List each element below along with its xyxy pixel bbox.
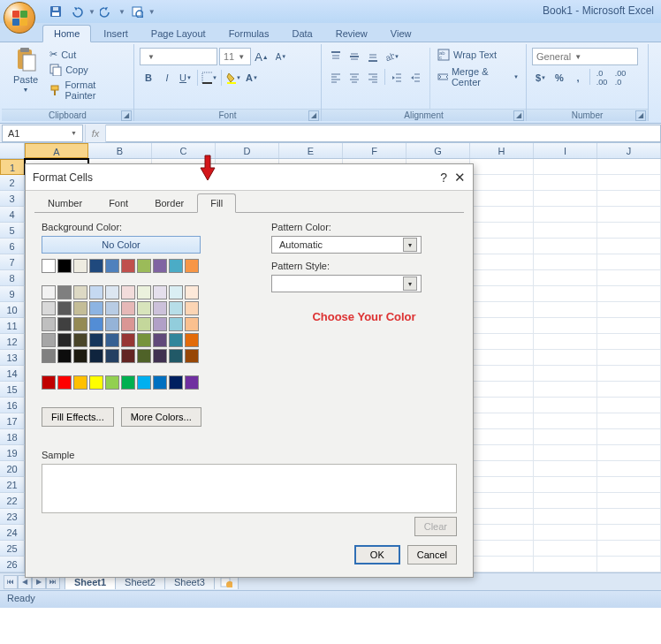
cell[interactable]	[470, 541, 534, 557]
color-swatch[interactable]	[137, 333, 151, 347]
cell[interactable]	[470, 413, 534, 429]
row-header[interactable]: 11	[0, 318, 25, 334]
color-swatch[interactable]	[42, 301, 56, 315]
copy-button[interactable]: Copy	[48, 63, 128, 77]
cell[interactable]	[597, 159, 661, 175]
fill-color-button[interactable]: ▼	[224, 69, 242, 87]
cell[interactable]	[534, 445, 597, 461]
cell[interactable]	[534, 398, 597, 413]
color-swatch[interactable]	[57, 333, 72, 347]
row-header[interactable]: 5	[0, 223, 25, 239]
cell[interactable]	[534, 223, 597, 239]
row-header[interactable]: 16	[0, 398, 25, 413]
color-swatch[interactable]	[169, 375, 183, 390]
increase-indent-icon[interactable]	[406, 69, 424, 87]
orientation-icon[interactable]: ab▼	[383, 48, 400, 65]
color-swatch[interactable]	[137, 285, 151, 299]
color-swatch[interactable]	[57, 301, 72, 315]
save-icon[interactable]	[46, 3, 65, 20]
color-swatch[interactable]	[185, 285, 199, 299]
cell[interactable]	[470, 509, 534, 525]
color-swatch[interactable]	[137, 349, 151, 363]
row-header[interactable]: 14	[0, 366, 25, 382]
cell[interactable]	[470, 493, 534, 509]
color-swatch[interactable]	[89, 349, 103, 363]
row-header[interactable]: 13	[0, 350, 25, 366]
underline-button[interactable]: U▼	[177, 69, 194, 87]
cell[interactable]	[597, 286, 661, 302]
number-format-combo[interactable]: General▼	[532, 48, 638, 65]
cell[interactable]	[597, 477, 661, 493]
row-header[interactable]: 8	[0, 270, 25, 286]
color-swatch[interactable]	[137, 259, 151, 273]
cell[interactable]	[597, 493, 661, 509]
color-swatch[interactable]	[121, 259, 135, 273]
align-bottom-icon[interactable]	[364, 48, 382, 65]
cell[interactable]	[534, 334, 597, 350]
cell[interactable]	[470, 239, 534, 254]
color-swatch[interactable]	[105, 333, 119, 347]
cell[interactable]	[470, 159, 534, 175]
color-swatch[interactable]	[153, 301, 167, 315]
color-swatch[interactable]	[105, 301, 119, 315]
color-swatch[interactable]	[42, 333, 56, 347]
cell[interactable]	[534, 254, 597, 270]
color-swatch[interactable]	[185, 301, 199, 315]
column-header[interactable]: F	[343, 143, 406, 158]
cell[interactable]	[597, 175, 661, 191]
color-swatch[interactable]	[57, 259, 72, 273]
color-swatch[interactable]	[42, 285, 56, 299]
clear-button[interactable]: Clear	[414, 517, 457, 536]
cell[interactable]	[470, 525, 534, 541]
formula-input[interactable]	[106, 125, 661, 142]
cell[interactable]	[534, 175, 597, 191]
color-swatch[interactable]	[121, 375, 135, 390]
cell[interactable]	[470, 302, 534, 318]
cell[interactable]	[470, 270, 534, 286]
merge-center-button[interactable]: Merge & Center▼	[436, 65, 520, 88]
cell[interactable]	[597, 366, 661, 382]
cell[interactable]	[534, 477, 597, 493]
cell[interactable]	[597, 239, 661, 254]
tab-page-layout[interactable]: Page Layout	[141, 26, 217, 42]
color-swatch[interactable]	[153, 259, 167, 273]
undo-icon[interactable]	[67, 3, 87, 20]
cell[interactable]	[470, 318, 534, 334]
decrease-indent-icon[interactable]	[388, 69, 406, 87]
clipboard-launcher[interactable]: ◢	[121, 110, 132, 121]
color-swatch[interactable]	[105, 349, 119, 363]
column-header[interactable]: B	[88, 143, 152, 158]
cell[interactable]	[597, 270, 661, 286]
cell[interactable]	[597, 334, 661, 350]
cell[interactable]	[470, 445, 534, 461]
row-header[interactable]: 24	[0, 525, 25, 541]
color-swatch[interactable]	[73, 285, 87, 299]
row-header[interactable]: 10	[0, 302, 25, 318]
cell[interactable]	[597, 254, 661, 270]
cell[interactable]	[534, 525, 597, 541]
first-sheet-icon[interactable]: ⏮	[4, 575, 18, 589]
row-header[interactable]: 3	[0, 191, 25, 207]
cell[interactable]	[470, 557, 534, 572]
align-center-icon[interactable]	[346, 69, 363, 87]
cell[interactable]	[597, 207, 661, 223]
number-launcher[interactable]: ◢	[635, 110, 646, 121]
color-swatch[interactable]	[89, 285, 103, 299]
cell[interactable]	[470, 207, 534, 223]
font-size-combo[interactable]: 11▼	[219, 48, 251, 65]
color-swatch[interactable]	[42, 317, 56, 331]
color-swatch[interactable]	[73, 333, 87, 347]
color-swatch[interactable]	[73, 317, 87, 331]
color-swatch[interactable]	[73, 259, 87, 273]
cell[interactable]	[534, 509, 597, 525]
tab-view[interactable]: View	[380, 26, 422, 42]
row-header[interactable]: 20	[0, 461, 25, 477]
tab-data[interactable]: Data	[281, 26, 323, 42]
column-header[interactable]: G	[406, 143, 470, 158]
select-all-corner[interactable]	[0, 143, 25, 158]
column-header[interactable]: E	[279, 143, 343, 158]
print-preview-icon[interactable]	[127, 3, 147, 20]
row-header[interactable]: 23	[0, 509, 25, 525]
grow-font-icon[interactable]: A▲	[253, 48, 270, 65]
column-header[interactable]: A	[25, 143, 88, 158]
